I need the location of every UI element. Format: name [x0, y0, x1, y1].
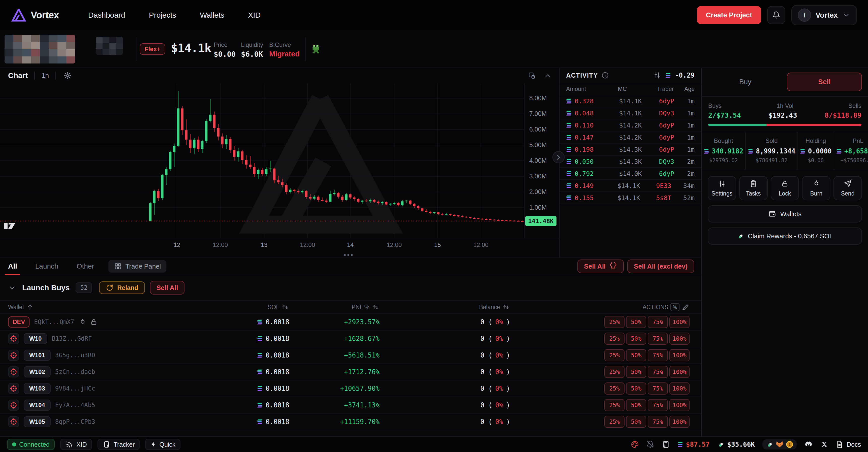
theme-palette-icon[interactable] — [630, 441, 639, 449]
table-row[interactable]: W103 9V84...jHCc0.0018+10657.90%0 (0%)25… — [0, 381, 701, 397]
sell-percent-button[interactable]: 75% — [648, 399, 668, 411]
sell-percent-button[interactable]: 25% — [604, 416, 624, 428]
col-balance[interactable]: Balance — [379, 303, 510, 311]
table-row[interactable]: DEV EQkT...QmX7 0.0018+2923.57%0 (0%)25%… — [0, 314, 701, 330]
target-wallet-button[interactable] — [8, 333, 19, 344]
sell-percent-button[interactable]: 100% — [670, 366, 689, 378]
nav-item-projects[interactable]: Projects — [149, 11, 176, 20]
sell-percent-button[interactable]: 50% — [626, 383, 646, 394]
sell-percent-button[interactable]: 50% — [626, 349, 646, 361]
wallet-address[interactable]: B13Z...GdRF — [52, 335, 92, 342]
wallet-address[interactable]: 3G5g...u3RD — [55, 352, 95, 359]
reland-button[interactable]: Reland — [99, 282, 145, 294]
chart-settings-gear-icon[interactable] — [63, 71, 71, 79]
sell-percent-button[interactable]: 75% — [648, 366, 668, 378]
sell-percent-button[interactable]: 50% — [626, 399, 646, 411]
info-icon[interactable] — [601, 71, 609, 79]
tracker-button[interactable]: Tracker — [97, 439, 140, 450]
screenshot-icon[interactable] — [528, 71, 536, 79]
sell-percent-button[interactable]: 50% — [626, 316, 646, 328]
activity-row[interactable]: 0.147$14.2K6dyP1m — [559, 131, 701, 143]
target-wallet-button[interactable] — [8, 399, 19, 411]
docs-link[interactable]: Docs — [836, 441, 861, 449]
mute-bell-slash-icon[interactable] — [646, 441, 654, 449]
nav-item-xid[interactable]: XID — [248, 11, 260, 20]
sell-percent-button[interactable]: 25% — [604, 349, 624, 361]
flex-badge[interactable]: Flex+ — [140, 43, 165, 55]
notifications-button[interactable] — [767, 6, 785, 24]
sell-percent-button[interactable]: 25% — [604, 316, 624, 328]
wallet-address[interactable]: 8qpP...CPb3 — [55, 418, 95, 425]
percent-mode-toggle[interactable]: % — [671, 303, 680, 311]
activity-row[interactable]: 0.050$14.3KDQv32m — [559, 156, 701, 168]
calculator-icon[interactable] — [662, 441, 670, 449]
x-logo-icon[interactable] — [821, 441, 828, 448]
edit-pencil-icon[interactable] — [682, 303, 689, 311]
table-row[interactable]: W10 B13Z...GdRF0.0018+1628.67%0 (0%)25%5… — [0, 330, 701, 347]
sell-percent-button[interactable]: 100% — [670, 332, 689, 345]
sell-all-button[interactable]: Sell All — [578, 259, 624, 273]
table-row[interactable]: W105 8qpP...CPb30.0018+11159.70%0 (0%)25… — [0, 414, 701, 430]
lock-button[interactable]: Lock — [771, 176, 799, 200]
activity-row[interactable]: 0.198$14.3K6dyP1m — [559, 143, 701, 156]
table-row[interactable]: W102 5zCn...daeb0.0018+1712.76%0 (0%)25%… — [0, 364, 701, 381]
sell-percent-button[interactable]: 25% — [604, 399, 624, 411]
sol-price[interactable]: $87.57 — [678, 441, 710, 448]
create-project-button[interactable]: Create Project — [697, 6, 761, 24]
portfolio-value[interactable]: $35.66K — [717, 441, 755, 448]
sell-percent-button[interactable]: 100% — [670, 416, 689, 428]
burn-button[interactable]: Burn — [802, 176, 831, 200]
wallet-address[interactable]: Ey7A...4Ab5 — [55, 401, 95, 409]
trade-panel-button[interactable]: Trade Panel — [108, 260, 166, 272]
col-wallet[interactable]: Wallet — [8, 303, 159, 311]
tasks-button[interactable]: Tasks — [739, 176, 768, 200]
chevron-down-icon[interactable] — [8, 284, 16, 292]
table-row[interactable]: W101 3G5g...u3RD0.0018+5618.51%0 (0%)25%… — [0, 347, 701, 364]
activity-row[interactable]: 0.110$14.2K6dyP1m — [559, 120, 701, 131]
col-pnl[interactable]: PNL % — [289, 303, 379, 311]
target-wallet-button[interactable] — [8, 366, 19, 378]
target-wallet-button[interactable] — [8, 416, 19, 427]
sell-percent-button[interactable]: 50% — [626, 416, 646, 428]
quick-button[interactable]: Quick — [145, 439, 181, 450]
tab-launch[interactable]: Launch — [35, 258, 59, 275]
claim-rewards-button[interactable]: Claim Rewards - 0.6567 SOL — [708, 227, 862, 245]
sell-percent-button[interactable]: 75% — [648, 416, 668, 428]
sell-tab[interactable]: Sell — [787, 72, 862, 91]
sell-percent-button[interactable]: 100% — [670, 316, 689, 328]
sell-percent-button[interactable]: 75% — [648, 383, 668, 394]
buy-tab[interactable]: Buy — [708, 72, 783, 91]
sell-percent-button[interactable]: 50% — [626, 332, 646, 345]
tab-other[interactable]: Other — [76, 258, 94, 275]
sell-percent-button[interactable]: 25% — [604, 366, 624, 378]
sell-percent-button[interactable]: 75% — [648, 332, 668, 345]
sell-percent-button[interactable]: 25% — [604, 332, 624, 345]
wallet-address[interactable]: EQkT...QmX7 — [34, 319, 74, 325]
activity-collapse-button[interactable] — [553, 151, 564, 163]
sell-percent-button[interactable]: 50% — [626, 366, 646, 378]
chart-canvas[interactable]: 8.00M7.00M6.00M5.00M4.00M3.00M2.00M1.00M… — [0, 83, 559, 238]
timeframe-selector[interactable]: 1h — [41, 72, 49, 79]
token-shortcuts-group[interactable]: 1 — [763, 440, 797, 450]
sell-percent-button[interactable]: 100% — [670, 399, 689, 411]
tab-all[interactable]: All — [8, 258, 17, 275]
account-menu[interactable]: T Vortex — [792, 5, 857, 25]
activity-row[interactable]: 0.328$14.1K6dyP1m — [559, 95, 701, 107]
table-row[interactable]: W104 Ey7A...4Ab50.0018+3741.13%0 (0%)25%… — [0, 397, 701, 414]
activity-row[interactable]: 0.048$14.1KDQv31m — [559, 107, 701, 120]
wallets-button[interactable]: Wallets — [708, 205, 862, 223]
sell-all-excl-dev-button[interactable]: Sell All (excl dev) — [627, 259, 694, 273]
activity-row[interactable]: 0.155$14.1K5s8T52m — [559, 192, 701, 204]
wallet-address[interactable]: 5zCn...daeb — [55, 368, 95, 376]
target-wallet-button[interactable] — [8, 383, 19, 394]
collapse-chart-chevron-up-icon[interactable] — [544, 71, 552, 79]
activity-row[interactable]: 0.149$14.1K9E3334m — [559, 180, 701, 192]
nav-item-dashboard[interactable]: Dashboard — [88, 11, 125, 20]
sell-percent-button[interactable]: 100% — [670, 349, 689, 361]
sell-percent-button[interactable]: 25% — [604, 383, 624, 394]
brand-logo[interactable]: Vortex — [11, 8, 59, 22]
discord-icon[interactable] — [804, 441, 813, 448]
wallet-address[interactable]: 9V84...jHCc — [55, 385, 95, 392]
nav-item-wallets[interactable]: Wallets — [200, 11, 224, 20]
settings-button[interactable]: Settings — [708, 176, 736, 200]
